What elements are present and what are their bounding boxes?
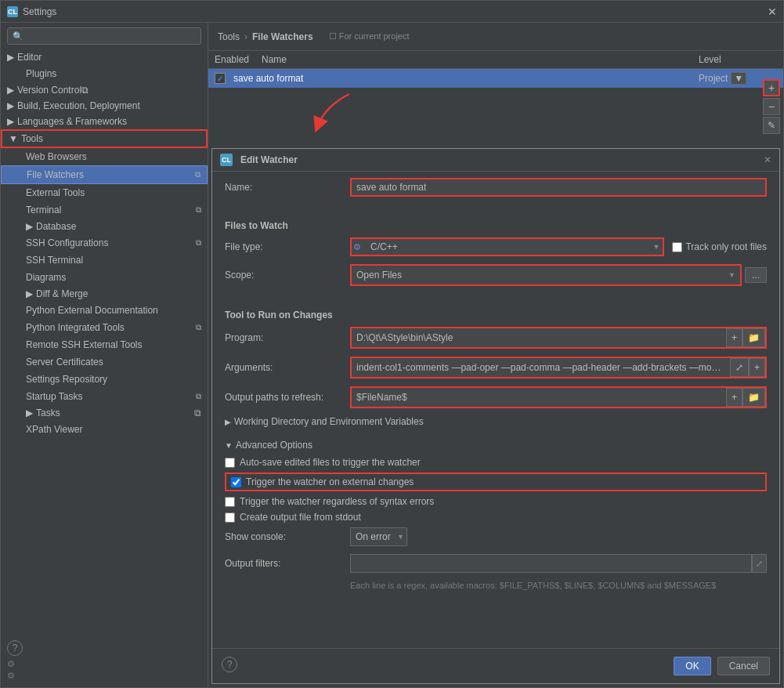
output-paths-row: Output paths to refresh: + 📁 [225, 386, 767, 408]
sidebar-item-label: Languages & Frameworks [17, 116, 127, 127]
file-type-select[interactable]: C/C++ [350, 237, 664, 256]
scope-extra-button[interactable]: ... [745, 267, 767, 283]
expand-arrow-icon: ▶ [26, 288, 33, 299]
sidebar-item-diagrams[interactable]: Diagrams [1, 269, 208, 286]
program-input[interactable] [352, 328, 726, 347]
output-paths-label: Output paths to refresh: [225, 392, 350, 403]
show-console-select[interactable]: On error Always Never [350, 527, 407, 546]
program-add-button[interactable]: + [726, 328, 742, 347]
sidebar-item-python-int-tools[interactable]: Python Integrated Tools ⧉ [1, 319, 208, 336]
level-dropdown-arrow[interactable]: ▼ [731, 72, 746, 85]
tool-to-run-section: Tool to Run on Changes Program: + 📁 Argu… [212, 300, 779, 440]
table-row[interactable]: ✓ save auto format Project ▼ [208, 69, 783, 88]
auto-save-row: Auto-save edited files to trigger the wa… [225, 457, 767, 468]
sidebar-item-ssh-terminal[interactable]: SSH Terminal [1, 252, 208, 269]
sidebar-item-terminal[interactable]: Terminal ⧉ [1, 201, 208, 219]
edit-watcher-button[interactable]: ✎ [763, 117, 780, 134]
arguments-expand-button[interactable]: ⤢ [730, 358, 749, 377]
collapse-arrow-icon: ▶ [225, 418, 231, 426]
sidebar-item-label: External Tools [26, 187, 85, 198]
sidebar-item-file-watchers[interactable]: File Watchers ⧉ [1, 165, 208, 184]
sidebar-item-settings-repo[interactable]: Settings Repository [1, 371, 208, 388]
copy-icon: ⧉ [194, 407, 201, 418]
search-input[interactable] [27, 31, 196, 42]
sidebar-item-web-browsers[interactable]: Web Browsers [1, 148, 208, 165]
output-filters-input[interactable] [350, 554, 752, 573]
trigger-external-checkbox[interactable] [231, 477, 241, 487]
advanced-options-header[interactable]: ▼ Advanced Options [225, 440, 767, 451]
sidebar-item-label: SSH Terminal [26, 255, 83, 266]
col-level-header: Level [699, 54, 777, 65]
trigger-external-row: Trigger the watcher on external changes [225, 473, 767, 491]
arguments-macro-button[interactable]: + [749, 358, 765, 377]
row-checkbox[interactable]: ✓ [215, 73, 226, 84]
scope-select[interactable]: Open Files [352, 266, 740, 284]
collapse-arrow-icon: ▼ [225, 441, 233, 450]
sidebar-item-external-tools[interactable]: External Tools [1, 184, 208, 201]
add-watcher-button[interactable]: + [763, 79, 780, 96]
name-row: Name: [225, 178, 767, 197]
sidebar-item-database[interactable]: ▶ Database [1, 219, 208, 234]
sidebar-item-plugins[interactable]: Plugins [1, 65, 208, 82]
program-input-group: + 📁 [350, 327, 767, 349]
sidebar-item-version-control[interactable]: ▶ Version Control ⧉ [1, 82, 208, 98]
remove-watcher-button[interactable]: − [763, 98, 780, 115]
output-filters-input-group: ⤢ [350, 554, 767, 573]
show-console-wrapper[interactable]: On error Always Never [350, 527, 407, 546]
sidebar-item-python-ext-doc[interactable]: Python External Documentation [1, 302, 208, 319]
track-only-checkbox[interactable] [672, 242, 682, 252]
breadcrumb-tools: Tools [218, 31, 240, 42]
dialog-help-icon[interactable]: ? [222, 657, 237, 672]
sidebar-item-languages[interactable]: ▶ Languages & Frameworks [1, 114, 208, 129]
copy-icon: ⧉ [196, 205, 201, 215]
output-filters-expand-button[interactable]: ⤢ [752, 554, 767, 573]
sidebar-item-tools[interactable]: ▼ Tools [1, 129, 208, 148]
ok-button[interactable]: OK [674, 657, 710, 675]
sidebar-item-startup-tasks[interactable]: Startup Tasks ⧉ [1, 388, 208, 405]
sidebar-item-tasks[interactable]: ▶ Tasks ⧉ [1, 405, 208, 421]
program-browse-button[interactable]: 📁 [742, 328, 765, 347]
working-dir-section[interactable]: ▶ Working Directory and Environment Vari… [225, 416, 767, 427]
sidebar-item-server-certs[interactable]: Server Certificates [1, 353, 208, 371]
create-output-label: Create output file from stdout [240, 512, 361, 523]
main-content: 🔍 ▶ Editor Plugins ▶ Version Control ⧉ ▶… [1, 23, 783, 687]
create-output-checkbox[interactable] [225, 512, 235, 523]
arguments-input-group: ⤢ + [350, 357, 767, 378]
output-browse-button[interactable]: 📁 [742, 388, 765, 407]
sidebar-item-editor[interactable]: ▶ Editor [1, 49, 208, 65]
sidebar-item-xpath-viewer[interactable]: XPath Viewer [1, 421, 208, 438]
cancel-button[interactable]: Cancel [717, 657, 770, 675]
sidebar-item-build-exec-deploy[interactable]: ▶ Build, Execution, Deployment [1, 98, 208, 114]
expand-arrow-icon: ▶ [7, 116, 14, 127]
output-add-button[interactable]: + [726, 388, 742, 407]
name-input[interactable] [350, 178, 767, 197]
window-title: Settings [23, 6, 768, 17]
advanced-options-section: ▼ Advanced Options Auto-save edited file… [212, 440, 779, 596]
trigger-syntax-checkbox[interactable] [225, 497, 235, 507]
edit-watcher-panel: CL Edit Watcher ✕ Name: Files to Watch [211, 148, 780, 684]
sidebar-item-remote-ssh[interactable]: Remote SSH External Tools [1, 336, 208, 353]
edit-watcher-close-button[interactable]: ✕ [764, 154, 771, 165]
sidebar-item-label: Version Control [17, 85, 81, 96]
trigger-external-label: Trigger the watcher on external changes [246, 476, 414, 487]
breadcrumb: Tools › File Watchers [218, 31, 313, 42]
output-filters-hint: Each line is a regex, available macros: … [350, 581, 767, 590]
file-type-select-wrapper[interactable]: ⚙ C/C++ [350, 237, 664, 256]
scope-select-wrapper[interactable]: Open Files [350, 264, 742, 286]
auto-save-checkbox[interactable] [225, 458, 235, 468]
sidebar-item-label: Terminal [26, 205, 61, 215]
sidebar-item-label: Tools [21, 133, 43, 144]
edit-watcher-title: Edit Watcher [240, 154, 298, 165]
close-icon[interactable]: ✕ [768, 5, 777, 18]
sidebar-item-ssh-configurations[interactable]: SSH Configurations ⧉ [1, 234, 208, 252]
sidebar-item-diff-merge[interactable]: ▶ Diff & Merge [1, 286, 208, 302]
create-output-row: Create output file from stdout [225, 512, 767, 523]
expand-arrow-icon: ▶ [26, 407, 33, 418]
search-box[interactable]: 🔍 [7, 27, 201, 45]
copy-icon: ⧉ [81, 85, 89, 96]
sidebar-item-label: Plugins [26, 68, 56, 79]
arguments-input[interactable] [352, 358, 730, 377]
output-paths-input[interactable] [352, 388, 726, 407]
help-icon[interactable]: ? [7, 640, 23, 656]
scope-row: Scope: Open Files ... [225, 264, 767, 286]
